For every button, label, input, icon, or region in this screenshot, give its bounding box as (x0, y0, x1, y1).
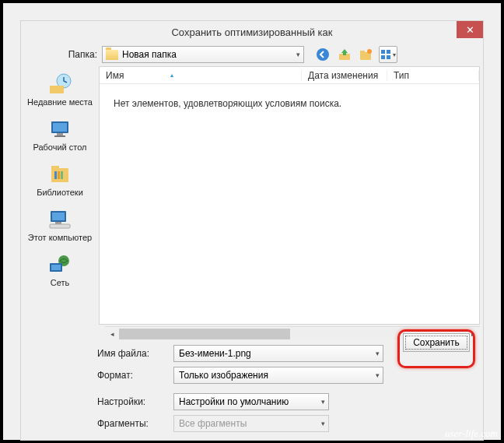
svg-rect-6 (387, 50, 390, 54)
watermark: user-life.com (445, 427, 498, 440)
new-folder-button[interactable] (357, 46, 376, 63)
sidebar-network[interactable]: Сеть (23, 251, 97, 289)
view-menu-button[interactable]: ▾ (379, 46, 397, 63)
file-list[interactable]: Имя▴ Дата изменения Тип Нет элементов, у… (99, 66, 480, 325)
close-button[interactable]: ✕ (457, 21, 483, 38)
save-highlight: Сохранить (397, 329, 475, 368)
chevron-down-icon: ▾ (393, 51, 396, 58)
sidebar-item-label: Библиотеки (37, 188, 83, 197)
column-date[interactable]: Дата изменения (302, 70, 387, 81)
svg-rect-17 (54, 171, 57, 179)
save-button[interactable]: Сохранить (403, 333, 470, 352)
format-label: Формат: (97, 370, 169, 381)
folder-toolbar: Папка: Новая папка ▾ ▾ (21, 43, 483, 66)
svg-rect-3 (360, 51, 365, 53)
svg-rect-5 (381, 50, 385, 54)
svg-rect-8 (387, 55, 390, 59)
up-arrow-icon (338, 47, 352, 62)
fragments-label: Фрагменты: (97, 418, 169, 429)
fragments-dropdown: Все фрагменты ▾ (173, 415, 329, 432)
computer-icon (46, 208, 74, 231)
sidebar-item-label: Сеть (51, 278, 69, 287)
svg-rect-18 (58, 171, 60, 179)
chevron-down-icon: ▾ (376, 350, 380, 357)
sidebar-item-label: Этот компьютер (28, 233, 92, 242)
format-dropdown[interactable]: Только изображения ▾ (173, 367, 383, 384)
sidebar-recent-places[interactable]: Недавние места (23, 71, 97, 108)
back-arrow-icon (316, 47, 330, 62)
chevron-down-icon: ▾ (296, 51, 300, 58)
dialog-title: Сохранить оптимизированный как (171, 26, 332, 38)
column-headers: Имя▴ Дата изменения Тип (100, 67, 479, 84)
up-button[interactable] (335, 46, 354, 63)
titlebar: Сохранить оптимизированный как ✕ (21, 21, 483, 43)
back-button[interactable] (313, 46, 332, 63)
sidebar-libraries[interactable]: Библиотеки (23, 161, 97, 199)
svg-rect-14 (54, 135, 65, 137)
empty-message: Нет элементов, удовлетворяющих условиям … (100, 84, 479, 123)
network-icon (46, 253, 74, 276)
sidebar-desktop[interactable]: Рабочий стол (23, 116, 97, 153)
column-name[interactable]: Имя▴ (100, 70, 302, 81)
svg-rect-16 (51, 166, 59, 169)
svg-rect-26 (51, 265, 61, 270)
scroll-thumb[interactable] (119, 329, 290, 339)
svg-rect-10 (50, 86, 64, 93)
column-type[interactable]: Тип (387, 70, 479, 81)
svg-rect-7 (381, 55, 385, 59)
svg-point-0 (317, 48, 329, 61)
scroll-left-icon[interactable]: ◂ (105, 327, 119, 341)
save-dialog: Сохранить оптимизированный как ✕ Папка: … (20, 20, 484, 441)
svg-rect-21 (52, 213, 65, 220)
folder-icon (106, 50, 118, 60)
recent-places-icon (46, 72, 74, 96)
svg-point-4 (367, 49, 372, 54)
sort-indicator-icon: ▴ (170, 72, 173, 79)
close-icon: ✕ (466, 24, 474, 36)
nav-icons: ▾ (313, 46, 397, 63)
new-folder-icon (359, 47, 373, 62)
current-folder-name: Новая папка (122, 49, 177, 60)
main-area: Недавние места Рабочий стол Библиотеки Э… (21, 66, 483, 325)
chevron-down-icon: ▾ (321, 420, 325, 427)
chevron-down-icon: ▾ (321, 398, 325, 406)
folder-dropdown[interactable]: Новая папка ▾ (102, 46, 304, 63)
chevron-down-icon: ▾ (376, 371, 380, 379)
places-sidebar: Недавние места Рабочий стол Библиотеки Э… (21, 66, 99, 325)
desktop-icon (46, 118, 74, 141)
svg-rect-12 (53, 123, 67, 132)
sidebar-item-label: Недавние места (27, 97, 93, 107)
filename-label: Имя файла: (97, 348, 169, 359)
sidebar-this-pc[interactable]: Этот компьютер (23, 206, 97, 244)
svg-rect-13 (57, 133, 63, 135)
view-grid-icon (380, 49, 391, 60)
libraries-icon (46, 163, 74, 186)
folder-label: Папка: (27, 49, 97, 60)
svg-rect-23 (50, 224, 70, 228)
settings-label: Настройки: (97, 396, 169, 407)
svg-rect-19 (61, 171, 63, 179)
filename-input[interactable]: Без-имени-1.png ▾ (173, 345, 383, 362)
settings-dropdown[interactable]: Настройки по умолчанию ▾ (173, 393, 329, 410)
sidebar-item-label: Рабочий стол (33, 142, 86, 152)
